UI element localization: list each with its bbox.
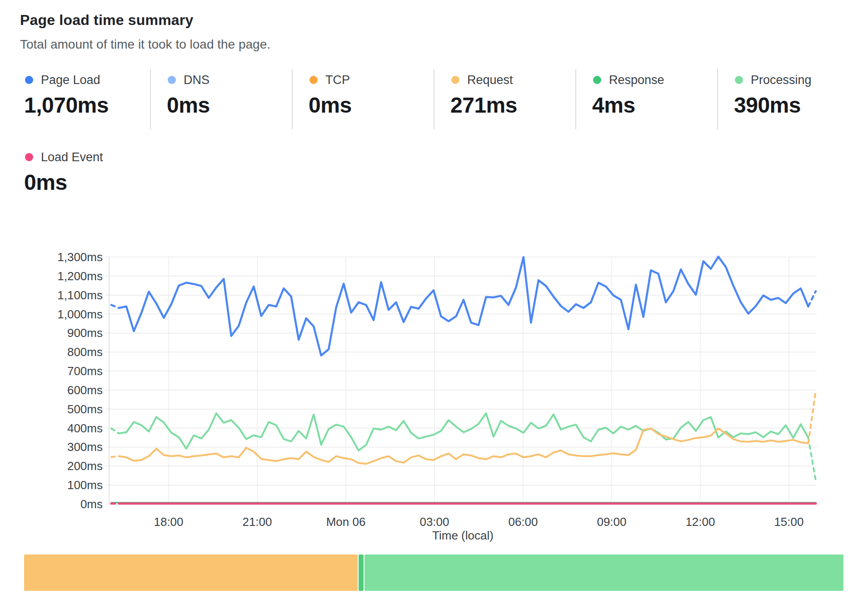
series-processing [111,429,119,434]
page-subtitle: Total amount of time it took to load the… [20,37,270,52]
series-page-load [111,305,119,308]
y-axis-label: 400ms [67,421,103,435]
processing-legend-dot [735,76,743,84]
stat-value: 390ms [734,93,812,118]
series-page-load [119,257,808,356]
stat-divider [717,69,718,129]
stat-value: 271ms [450,93,517,118]
y-axis-label: 500ms [67,402,103,416]
stat-value: 0ms [24,170,103,195]
chart-canvas[interactable]: 0ms100ms200ms300ms400ms500ms600ms700ms80… [0,200,868,563]
y-axis-label: 700ms [67,364,103,378]
stat-label: TCP [325,73,350,87]
x-axis-label: 12:00 [685,515,715,529]
y-axis-label: 300ms [67,440,103,454]
stat-value: 4ms [592,93,664,118]
y-axis-label: 1,100ms [57,288,103,302]
stat-dns: DNS 0ms [167,73,210,118]
page-load-summary-panel: Page load time summary Total amount of t… [0,0,868,614]
load-time-line-chart[interactable]: 0ms100ms200ms300ms400ms500ms600ms700ms80… [0,200,868,563]
range-segment-response[interactable] [359,555,364,591]
response-legend-dot [593,76,601,84]
stat-divider [434,69,434,129]
series-page-load [808,291,816,307]
stat-label: Processing [751,73,812,87]
stat-divider [575,69,576,129]
range-segment-request[interactable] [24,555,358,591]
y-axis-label: 900ms [67,326,103,340]
stat-page-load: Page Load 1,070ms [24,73,109,118]
request-legend-dot [451,76,459,84]
x-axis-label: 06:00 [508,515,538,529]
series-request [119,429,808,464]
y-axis-label: 800ms [67,345,103,359]
stat-divider [150,69,151,129]
stat-value: 0ms [309,93,352,118]
load-event-legend-dot [25,153,33,161]
page-load-legend-dot [25,76,33,84]
series-request [111,456,119,457]
series-request [808,391,816,443]
x-axis-label: 18:00 [154,515,183,529]
y-axis-label: 100ms [67,478,103,492]
x-axis-label: 21:00 [242,515,272,529]
stat-tcp: TCP 0ms [309,73,352,118]
x-axis-label: 09:00 [597,515,626,529]
time-range-bar[interactable] [24,555,843,591]
stat-value: 1,070ms [24,93,109,118]
y-axis-label: 1,300ms [57,250,103,264]
y-axis-label: 200ms [67,459,103,473]
stat-processing: Processing 390ms [734,73,812,118]
page-title: Page load time summary [20,12,193,29]
stat-label: DNS [184,73,210,87]
series-processing [119,413,808,451]
stat-divider [292,69,293,129]
series-processing [808,438,816,480]
dns-legend-dot [168,76,176,84]
stat-request: Request 271ms [450,73,517,118]
stat-label: Load Event [41,150,103,164]
stat-label: Page Load [41,73,100,87]
stat-response: Response 4ms [592,73,664,118]
y-axis-label: 1,200ms [57,269,103,283]
x-axis-title: Time (local) [432,529,494,542]
stat-load-event: Load Event 0ms [24,150,103,195]
x-axis-label: 15:00 [774,515,803,529]
stat-label: Response [609,73,664,87]
stat-value: 0ms [167,93,210,118]
x-axis-label: 03:00 [419,515,449,529]
y-axis-label: 600ms [67,383,103,397]
y-axis-label: 1,000ms [57,307,103,321]
x-axis-label: Mon 06 [326,515,366,529]
stat-label: Request [467,73,513,87]
tcp-legend-dot [309,76,318,84]
range-segment-processing[interactable] [364,555,843,591]
y-axis-label: 0ms [80,497,103,511]
